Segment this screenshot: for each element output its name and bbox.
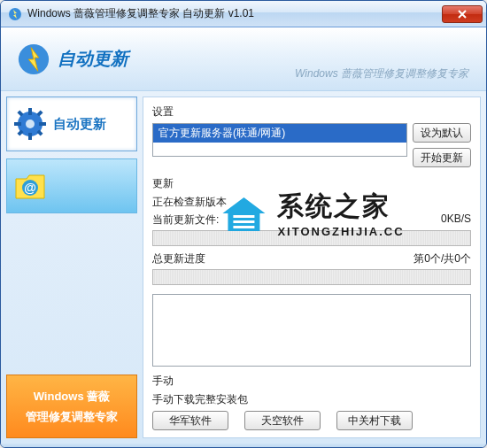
manual-label: 手动 <box>152 374 471 389</box>
svg-rect-3 <box>28 108 32 115</box>
svg-rect-4 <box>28 133 32 140</box>
manual-button-row: 华军软件 天空软件 中关村下载 <box>152 411 471 430</box>
at-folder-icon: @ <box>14 170 46 202</box>
sidebar-banner[interactable]: Windows 蔷薇 管理修复调整专家 <box>6 375 137 438</box>
update-label: 更新 <box>152 176 471 191</box>
manual-section: 手动 手动下载完整安装包 华军软件 天空软件 中关村下载 <box>152 374 471 430</box>
close-button[interactable] <box>442 5 483 23</box>
zgc-button[interactable]: 中关村下载 <box>336 411 413 430</box>
current-file-row: 当前更新文件: 0KB/S <box>152 212 471 228</box>
manual-desc: 手动下载完整安装包 <box>152 392 471 407</box>
header: 自动更新 Windows 蔷薇管理修复调整修复专家 <box>1 27 486 91</box>
log-box[interactable] <box>152 294 471 367</box>
sidebar-tab-secondary[interactable]: @ <box>6 158 137 213</box>
manual-desc-text: 手动下载完整安装包 <box>152 392 248 407</box>
svg-point-11 <box>26 120 35 128</box>
total-progress-label: 总更新进度 <box>152 251 205 266</box>
banner-line2: 管理修复调整专家 <box>26 406 118 427</box>
header-subtitle: Windows 蔷薇管理修复调整修复专家 <box>295 66 468 81</box>
lightning-icon <box>17 42 50 76</box>
total-progress-bar <box>152 269 471 285</box>
settings-label: 设置 <box>152 104 471 120</box>
app-icon <box>8 7 22 21</box>
svg-text:@: @ <box>24 181 36 195</box>
current-file-label: 当前更新文件: <box>152 212 219 228</box>
body: 自动更新 @ Windows 蔷薇 管理修复调整专家 设置 官方更新服务器(联通… <box>1 91 486 444</box>
checking-text: 正在检查新版本 <box>152 195 471 210</box>
total-progress-value: 第0个/共0个 <box>414 251 471 266</box>
checking-label: 正在检查新版本 <box>152 195 227 210</box>
speed-value: 0KB/S <box>441 212 471 228</box>
tiankong-button[interactable]: 天空软件 <box>244 411 321 430</box>
sidebar-tab-auto-update[interactable]: 自动更新 <box>6 97 137 151</box>
settings-row: 官方更新服务器(联通/网通) 设为默认 开始更新 <box>152 123 471 167</box>
server-selected-option: 官方更新服务器(联通/网通) <box>153 124 406 143</box>
svg-rect-5 <box>14 122 21 126</box>
gear-icon <box>14 108 46 140</box>
svg-rect-6 <box>39 122 46 126</box>
server-select[interactable]: 官方更新服务器(联通/网通) <box>152 123 407 157</box>
start-update-button[interactable]: 开始更新 <box>413 148 471 167</box>
window-title: Windows 蔷薇管理修复调整专家 自动更新 v1.01 <box>27 6 442 21</box>
close-icon <box>458 10 467 19</box>
sidebar: 自动更新 @ Windows 蔷薇 管理修复调整专家 <box>6 97 137 438</box>
header-title: 自动更新 <box>58 47 128 71</box>
sidebar-tab-label: 自动更新 <box>53 116 106 133</box>
set-default-button[interactable]: 设为默认 <box>413 123 471 143</box>
settings-buttons: 设为默认 开始更新 <box>413 123 471 167</box>
main-panel: 设置 官方更新服务器(联通/网通) 设为默认 开始更新 更新 正在检查新版本 当… <box>143 97 481 438</box>
huajun-button[interactable]: 华军软件 <box>152 411 228 430</box>
titlebar: Windows 蔷薇管理修复调整专家 自动更新 v1.01 <box>1 1 486 27</box>
total-progress-row: 总更新进度 第0个/共0个 <box>152 251 471 266</box>
banner-line1: Windows 蔷薇 <box>34 386 111 406</box>
update-section: 更新 正在检查新版本 当前更新文件: 0KB/S 总更新进度 第0个/共0个 <box>152 176 471 290</box>
bottom-border <box>1 444 486 448</box>
app-window: Windows 蔷薇管理修复调整专家 自动更新 v1.01 自动更新 Windo… <box>0 0 487 448</box>
file-progress-bar <box>152 230 471 246</box>
